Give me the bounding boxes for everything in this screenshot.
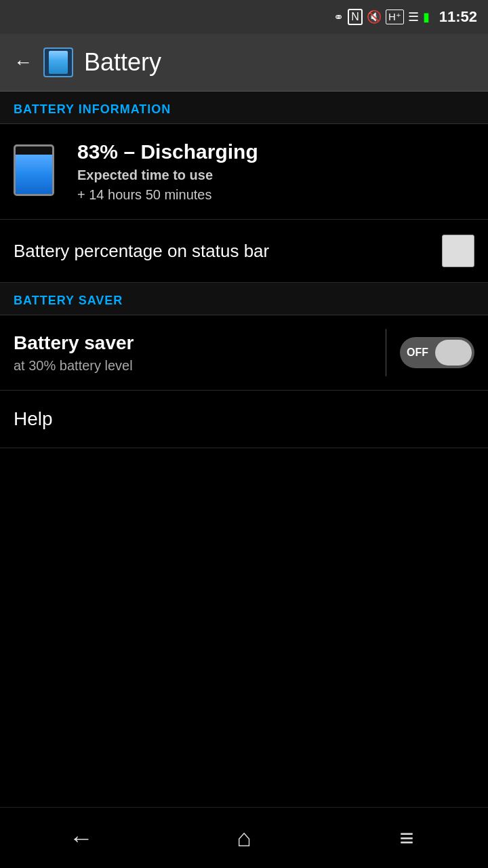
- battery-expected-label: Expected time to use: [77, 167, 258, 183]
- toggle-knob: [435, 340, 472, 366]
- back-nav-icon: ←: [69, 824, 94, 852]
- home-nav-button[interactable]: ⌂: [217, 818, 271, 859]
- page-title: Battery: [84, 48, 161, 77]
- bluetooth-icon: ⚭: [333, 9, 344, 24]
- battery-saver-toggle[interactable]: OFF ON: [400, 337, 474, 368]
- menu-nav-icon: ≡: [399, 824, 413, 852]
- battery-saver-title: Battery saver: [14, 332, 372, 354]
- battery-saver-section-header: BATTERY SAVER: [0, 283, 488, 315]
- app-bar: ← Battery: [0, 34, 488, 92]
- divider-vertical: [386, 329, 386, 376]
- help-row[interactable]: Help: [0, 391, 488, 448]
- toggle-off-label: OFF: [407, 347, 428, 359]
- battery-info-text: 83% – Discharging Expected time to use +…: [77, 140, 258, 203]
- battery-thumb-fill: [49, 51, 68, 74]
- battery-percentage-label: Battery percentage on status bar: [14, 241, 269, 262]
- battery-saver-subtitle: at 30% battery level: [14, 358, 372, 374]
- battery-saver-label: BATTERY SAVER: [14, 294, 123, 307]
- battery-fill: [16, 155, 52, 194]
- back-nav-button[interactable]: ←: [54, 818, 108, 859]
- battery-percentage-checkbox[interactable]: [442, 235, 474, 267]
- battery-info-section-header: BATTERY INFORMATION: [0, 92, 488, 124]
- battery-large-icon: [14, 144, 61, 199]
- battery-tip: [27, 144, 41, 146]
- back-button[interactable]: ←: [14, 52, 33, 73]
- battery-saver-row[interactable]: Battery saver at 30% battery level OFF O…: [0, 315, 488, 391]
- battery-body: [14, 144, 54, 196]
- nfc-icon: N: [348, 9, 363, 25]
- battery-thumbnail: [43, 47, 73, 77]
- nav-bar: ← ⌂ ≡: [0, 807, 488, 868]
- status-bar: ⚭ N 🔇 H⁺ ☰ ▮ 11:52: [0, 0, 488, 34]
- menu-nav-button[interactable]: ≡: [380, 818, 434, 859]
- hdplus-icon: H⁺: [386, 9, 404, 24]
- battery-status-icon: ▮: [423, 9, 430, 24]
- battery-info-row: 83% – Discharging Expected time to use +…: [0, 124, 488, 220]
- status-icons: ⚭ N 🔇 H⁺ ☰ ▮: [333, 9, 429, 25]
- help-label: Help: [14, 408, 53, 429]
- battery-percent-status: 83% – Discharging: [77, 140, 258, 163]
- signal-icon: ☰: [408, 9, 419, 24]
- battery-time: + 14 hours 50 minutes: [77, 187, 258, 203]
- battery-percentage-toggle-row[interactable]: Battery percentage on status bar: [0, 220, 488, 283]
- battery-saver-text: Battery saver at 30% battery level: [14, 332, 372, 374]
- home-nav-icon: ⌂: [237, 824, 251, 852]
- status-time: 11:52: [439, 8, 477, 26]
- mute-icon: 🔇: [367, 9, 382, 24]
- battery-info-label: BATTERY INFORMATION: [14, 102, 171, 116]
